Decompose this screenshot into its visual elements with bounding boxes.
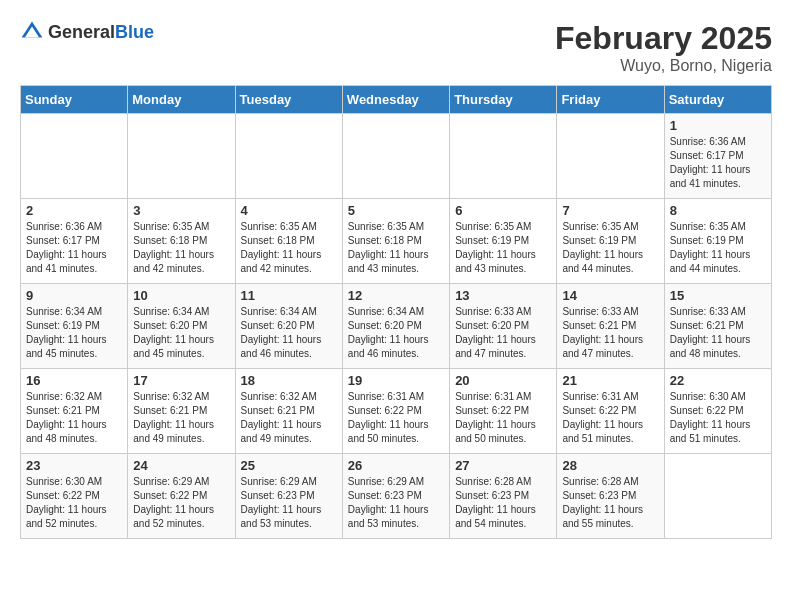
day-number: 10: [133, 288, 229, 303]
header-wednesday: Wednesday: [342, 86, 449, 114]
day-info: Sunrise: 6:29 AM Sunset: 6:22 PM Dayligh…: [133, 475, 229, 531]
day-cell: 7Sunrise: 6:35 AM Sunset: 6:19 PM Daylig…: [557, 199, 664, 284]
day-number: 13: [455, 288, 551, 303]
header-monday: Monday: [128, 86, 235, 114]
day-info: Sunrise: 6:36 AM Sunset: 6:17 PM Dayligh…: [670, 135, 766, 191]
day-number: 12: [348, 288, 444, 303]
day-info: Sunrise: 6:31 AM Sunset: 6:22 PM Dayligh…: [562, 390, 658, 446]
day-cell: 12Sunrise: 6:34 AM Sunset: 6:20 PM Dayli…: [342, 284, 449, 369]
week-row-0: 1Sunrise: 6:36 AM Sunset: 6:17 PM Daylig…: [21, 114, 772, 199]
day-info: Sunrise: 6:29 AM Sunset: 6:23 PM Dayligh…: [348, 475, 444, 531]
day-cell: 28Sunrise: 6:28 AM Sunset: 6:23 PM Dayli…: [557, 454, 664, 539]
day-cell: [342, 114, 449, 199]
weekday-header-row: Sunday Monday Tuesday Wednesday Thursday…: [21, 86, 772, 114]
day-number: 2: [26, 203, 122, 218]
day-info: Sunrise: 6:31 AM Sunset: 6:22 PM Dayligh…: [348, 390, 444, 446]
logo-icon: [20, 20, 44, 44]
header-sunday: Sunday: [21, 86, 128, 114]
day-number: 9: [26, 288, 122, 303]
day-cell: 13Sunrise: 6:33 AM Sunset: 6:20 PM Dayli…: [450, 284, 557, 369]
day-cell: [235, 114, 342, 199]
week-row-4: 23Sunrise: 6:30 AM Sunset: 6:22 PM Dayli…: [21, 454, 772, 539]
day-number: 22: [670, 373, 766, 388]
day-cell: 26Sunrise: 6:29 AM Sunset: 6:23 PM Dayli…: [342, 454, 449, 539]
day-info: Sunrise: 6:28 AM Sunset: 6:23 PM Dayligh…: [562, 475, 658, 531]
day-number: 7: [562, 203, 658, 218]
day-number: 1: [670, 118, 766, 133]
day-cell: 27Sunrise: 6:28 AM Sunset: 6:23 PM Dayli…: [450, 454, 557, 539]
day-cell: 23Sunrise: 6:30 AM Sunset: 6:22 PM Dayli…: [21, 454, 128, 539]
day-cell: [21, 114, 128, 199]
day-number: 14: [562, 288, 658, 303]
day-cell: 5Sunrise: 6:35 AM Sunset: 6:18 PM Daylig…: [342, 199, 449, 284]
header-saturday: Saturday: [664, 86, 771, 114]
day-number: 5: [348, 203, 444, 218]
day-number: 8: [670, 203, 766, 218]
day-info: Sunrise: 6:34 AM Sunset: 6:20 PM Dayligh…: [241, 305, 337, 361]
day-number: 25: [241, 458, 337, 473]
calendar-table: Sunday Monday Tuesday Wednesday Thursday…: [20, 85, 772, 539]
day-cell: 21Sunrise: 6:31 AM Sunset: 6:22 PM Dayli…: [557, 369, 664, 454]
day-info: Sunrise: 6:29 AM Sunset: 6:23 PM Dayligh…: [241, 475, 337, 531]
header-friday: Friday: [557, 86, 664, 114]
logo: GeneralBlue: [20, 20, 154, 44]
day-info: Sunrise: 6:33 AM Sunset: 6:20 PM Dayligh…: [455, 305, 551, 361]
day-info: Sunrise: 6:32 AM Sunset: 6:21 PM Dayligh…: [26, 390, 122, 446]
day-info: Sunrise: 6:28 AM Sunset: 6:23 PM Dayligh…: [455, 475, 551, 531]
day-info: Sunrise: 6:34 AM Sunset: 6:20 PM Dayligh…: [348, 305, 444, 361]
week-row-2: 9Sunrise: 6:34 AM Sunset: 6:19 PM Daylig…: [21, 284, 772, 369]
day-number: 24: [133, 458, 229, 473]
header-thursday: Thursday: [450, 86, 557, 114]
day-cell: 18Sunrise: 6:32 AM Sunset: 6:21 PM Dayli…: [235, 369, 342, 454]
day-cell: 20Sunrise: 6:31 AM Sunset: 6:22 PM Dayli…: [450, 369, 557, 454]
day-info: Sunrise: 6:35 AM Sunset: 6:19 PM Dayligh…: [670, 220, 766, 276]
day-number: 4: [241, 203, 337, 218]
day-number: 11: [241, 288, 337, 303]
day-cell: 24Sunrise: 6:29 AM Sunset: 6:22 PM Dayli…: [128, 454, 235, 539]
day-cell: 25Sunrise: 6:29 AM Sunset: 6:23 PM Dayli…: [235, 454, 342, 539]
title-block: February 2025 Wuyo, Borno, Nigeria: [555, 20, 772, 75]
day-number: 6: [455, 203, 551, 218]
day-info: Sunrise: 6:33 AM Sunset: 6:21 PM Dayligh…: [562, 305, 658, 361]
day-cell: 3Sunrise: 6:35 AM Sunset: 6:18 PM Daylig…: [128, 199, 235, 284]
day-cell: 1Sunrise: 6:36 AM Sunset: 6:17 PM Daylig…: [664, 114, 771, 199]
day-cell: [128, 114, 235, 199]
day-cell: 10Sunrise: 6:34 AM Sunset: 6:20 PM Dayli…: [128, 284, 235, 369]
day-number: 27: [455, 458, 551, 473]
day-info: Sunrise: 6:34 AM Sunset: 6:20 PM Dayligh…: [133, 305, 229, 361]
day-info: Sunrise: 6:34 AM Sunset: 6:19 PM Dayligh…: [26, 305, 122, 361]
day-cell: [450, 114, 557, 199]
day-info: Sunrise: 6:35 AM Sunset: 6:19 PM Dayligh…: [562, 220, 658, 276]
day-cell: [557, 114, 664, 199]
day-cell: 14Sunrise: 6:33 AM Sunset: 6:21 PM Dayli…: [557, 284, 664, 369]
day-cell: 11Sunrise: 6:34 AM Sunset: 6:20 PM Dayli…: [235, 284, 342, 369]
day-info: Sunrise: 6:35 AM Sunset: 6:19 PM Dayligh…: [455, 220, 551, 276]
day-info: Sunrise: 6:32 AM Sunset: 6:21 PM Dayligh…: [133, 390, 229, 446]
day-number: 16: [26, 373, 122, 388]
day-number: 18: [241, 373, 337, 388]
day-number: 28: [562, 458, 658, 473]
day-cell: 2Sunrise: 6:36 AM Sunset: 6:17 PM Daylig…: [21, 199, 128, 284]
day-cell: 4Sunrise: 6:35 AM Sunset: 6:18 PM Daylig…: [235, 199, 342, 284]
day-info: Sunrise: 6:33 AM Sunset: 6:21 PM Dayligh…: [670, 305, 766, 361]
day-number: 3: [133, 203, 229, 218]
day-info: Sunrise: 6:35 AM Sunset: 6:18 PM Dayligh…: [348, 220, 444, 276]
day-number: 15: [670, 288, 766, 303]
day-number: 17: [133, 373, 229, 388]
day-cell: 6Sunrise: 6:35 AM Sunset: 6:19 PM Daylig…: [450, 199, 557, 284]
calendar-subtitle: Wuyo, Borno, Nigeria: [555, 57, 772, 75]
day-info: Sunrise: 6:35 AM Sunset: 6:18 PM Dayligh…: [133, 220, 229, 276]
page-header: GeneralBlue February 2025 Wuyo, Borno, N…: [20, 20, 772, 75]
day-cell: 16Sunrise: 6:32 AM Sunset: 6:21 PM Dayli…: [21, 369, 128, 454]
day-cell: 8Sunrise: 6:35 AM Sunset: 6:19 PM Daylig…: [664, 199, 771, 284]
day-info: Sunrise: 6:30 AM Sunset: 6:22 PM Dayligh…: [670, 390, 766, 446]
day-number: 21: [562, 373, 658, 388]
day-info: Sunrise: 6:32 AM Sunset: 6:21 PM Dayligh…: [241, 390, 337, 446]
day-number: 20: [455, 373, 551, 388]
day-number: 19: [348, 373, 444, 388]
day-cell: 9Sunrise: 6:34 AM Sunset: 6:19 PM Daylig…: [21, 284, 128, 369]
week-row-1: 2Sunrise: 6:36 AM Sunset: 6:17 PM Daylig…: [21, 199, 772, 284]
calendar-title: February 2025: [555, 20, 772, 57]
day-cell: [664, 454, 771, 539]
day-info: Sunrise: 6:36 AM Sunset: 6:17 PM Dayligh…: [26, 220, 122, 276]
